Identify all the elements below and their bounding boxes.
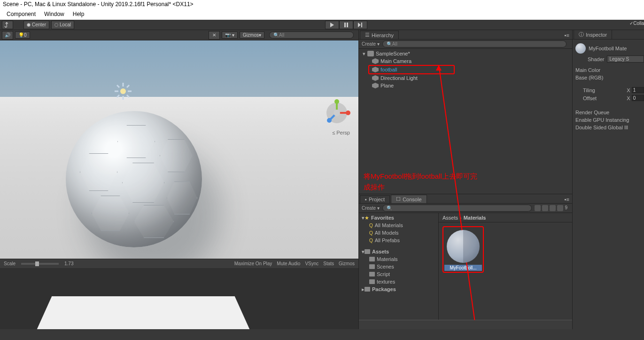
inspector-tab[interactable]: ⓘ Inspector xyxy=(574,30,612,39)
game-gizmos-toggle[interactable]: Gizmos xyxy=(339,261,355,266)
folder-scenes[interactable]: Scenes xyxy=(359,263,438,270)
fav-all-models[interactable]: QAll Models xyxy=(359,229,438,237)
tiling-label: Tiling xyxy=(583,87,627,93)
hierarchy-tab[interactable]: ☰ Hierarchy xyxy=(360,31,399,39)
gameobject-icon xyxy=(372,83,379,88)
favorites-row[interactable]: ▾★Favorites xyxy=(359,214,438,221)
console-tab[interactable]: ☐ Console xyxy=(391,195,427,203)
menu-help[interactable]: Help xyxy=(73,11,85,18)
shader-dropdown[interactable]: Legacy S xyxy=(607,55,644,63)
scale-value: 1.73 xyxy=(64,261,73,266)
hierarchy-item-camera[interactable]: Main Camera xyxy=(359,57,572,65)
project-panel: ▪ Project ☐ Console ▪≡ Create ▾ 🔍 9 ▾★F xyxy=(359,194,572,329)
scene-row[interactable]: ▾SampleScene* xyxy=(359,50,572,57)
camera-dropdown[interactable]: 📷 ▾ xyxy=(222,32,238,39)
assets-row[interactable]: ▾Assets xyxy=(359,248,438,255)
folder-icon xyxy=(369,279,375,284)
search-icon: Q xyxy=(369,238,373,243)
vsync-toggle[interactable]: VSync xyxy=(305,261,318,266)
asset-myfootboll[interactable]: MyFootboll... xyxy=(442,226,484,273)
base-rgb-label: Base (RGB) xyxy=(575,75,603,80)
menu-window[interactable]: Window xyxy=(44,11,64,18)
hierarchy-tree: ▾SampleScene* Main Camera football Direc… xyxy=(359,49,572,194)
star-icon: ★ xyxy=(365,215,369,221)
orientation-gizmo[interactable] xyxy=(321,97,353,129)
step-button[interactable] xyxy=(353,21,367,29)
material-preview-icon xyxy=(575,43,586,54)
tiling-x-field[interactable]: 1 xyxy=(632,87,644,93)
football-mesh xyxy=(66,111,202,247)
main-toolbar: Center Local ✓ Colla xyxy=(0,20,644,30)
collab-button[interactable]: ✓ Colla xyxy=(629,21,644,26)
folder-icon xyxy=(369,264,375,269)
shader-label: Shader xyxy=(588,56,604,62)
scene-viewport[interactable]: ≤ Persp xyxy=(0,40,358,259)
project-tab[interactable]: ▪ Project xyxy=(360,195,390,203)
scene-search[interactable]: 🔍All xyxy=(269,32,354,39)
menu-component[interactable]: Component xyxy=(7,11,36,18)
inspector-panel: ⓘ Inspector MyFootboll Mate Shader Legac… xyxy=(572,30,644,329)
stats-toggle[interactable]: Stats xyxy=(323,261,334,266)
annotation-arrowhead xyxy=(436,65,442,71)
svg-point-21 xyxy=(334,110,340,116)
project-footer xyxy=(359,320,572,329)
svg-rect-4 xyxy=(361,23,362,27)
search-icon: Q xyxy=(369,230,373,236)
gameobject-icon xyxy=(372,58,379,64)
asset-label: MyFootboll... xyxy=(444,265,482,271)
project-asset-grid: Assets › Materials MyFootboll... xyxy=(439,213,572,320)
mute-toggle[interactable]: Mute Audio xyxy=(277,261,300,266)
lighting-dropdown[interactable]: 💡 0 xyxy=(15,32,30,39)
svg-rect-2 xyxy=(347,23,348,27)
pause-button[interactable] xyxy=(339,21,353,29)
play-button[interactable] xyxy=(325,21,339,29)
project-search[interactable]: 🔍 xyxy=(382,205,532,212)
pivot-local-toggle[interactable]: Local xyxy=(51,21,74,29)
pivot-center-toggle[interactable]: Center xyxy=(23,21,49,29)
packages-row[interactable]: ▸Packages xyxy=(359,285,438,293)
panel-options-icon[interactable]: ▪≡ xyxy=(562,32,572,39)
window-titlebar: Scene - PC, Mac & Linux Standalone - Uni… xyxy=(0,0,644,9)
hand-tool-button[interactable] xyxy=(2,21,13,29)
project-filter-icons: 9 xyxy=(535,205,569,211)
perspective-label[interactable]: ≤ Persp xyxy=(332,130,350,135)
hierarchy-create-dropdown[interactable]: Create ▾ xyxy=(362,41,380,47)
x-label: X xyxy=(627,95,630,101)
offset-label: Offset xyxy=(583,95,627,101)
fav-all-prefabs[interactable]: QAll Prefabs xyxy=(359,237,438,244)
game-floor xyxy=(31,296,256,329)
hierarchy-item-plane[interactable]: Plane xyxy=(359,82,572,89)
svg-marker-3 xyxy=(358,23,361,27)
visibility-icon[interactable] xyxy=(557,205,563,211)
star-icon[interactable] xyxy=(550,205,556,211)
search-icon: Q xyxy=(369,223,373,228)
hierarchy-item-light[interactable]: Directional Light xyxy=(359,74,572,82)
hierarchy-search[interactable]: 🔍All xyxy=(382,40,566,47)
breadcrumb-current[interactable]: Materials xyxy=(464,215,486,221)
main-color-label: Main Color xyxy=(575,67,600,73)
fav-all-materials[interactable]: QAll Materials xyxy=(359,221,438,229)
gameobject-icon xyxy=(372,75,379,81)
material-preview-icon xyxy=(447,230,480,263)
svg-line-13 xyxy=(117,95,119,97)
folder-materials[interactable]: Materials xyxy=(359,255,438,263)
offset-x-field[interactable]: 0 xyxy=(632,95,644,101)
folder-script[interactable]: Script xyxy=(359,270,438,278)
scale-slider[interactable] xyxy=(21,263,59,265)
folder-icon xyxy=(365,287,370,292)
svg-line-11 xyxy=(127,95,129,97)
unity-icon xyxy=(367,51,374,56)
x-label: X xyxy=(627,87,630,93)
settings-icon[interactable]: ✕ xyxy=(209,31,220,40)
maximize-toggle[interactable]: Maximize On Play xyxy=(234,261,272,266)
breadcrumb-assets[interactable]: Assets xyxy=(442,215,458,221)
folder-textures[interactable]: textures xyxy=(359,278,438,285)
filter-icon[interactable] xyxy=(535,205,541,211)
audio-icon[interactable]: 🔊 xyxy=(2,31,13,40)
label-icon[interactable] xyxy=(542,205,548,211)
project-create-dropdown[interactable]: Create ▾ xyxy=(362,206,380,211)
gizmos-dropdown[interactable]: Gizmos ▾ xyxy=(240,32,264,39)
panel-options-icon[interactable]: ▪≡ xyxy=(562,196,572,203)
game-viewport[interactable] xyxy=(0,268,358,329)
folder-icon xyxy=(365,249,370,254)
